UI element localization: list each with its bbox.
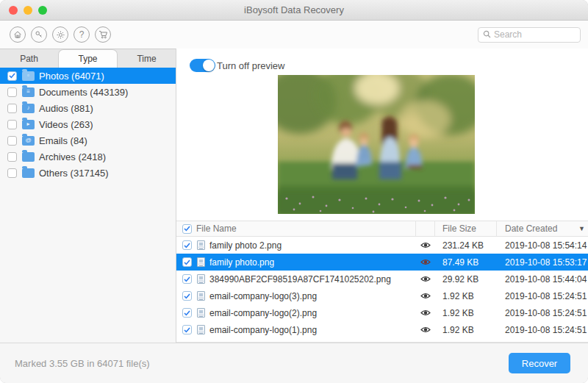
table-row[interactable]: email-company-logo(3).png 1.92 KB 2019-1…: [176, 287, 588, 304]
image-file-icon: [197, 291, 205, 301]
cart-icon: [98, 30, 108, 39]
preview-eye-icon[interactable]: [420, 274, 431, 284]
tree-item-emails[interactable]: @ Emails (84): [0, 132, 176, 148]
tree-item-audios[interactable]: ♪ Audios (881): [0, 100, 176, 116]
sidebar-tabs: Path Type Time: [0, 49, 176, 68]
row-checkbox[interactable]: [182, 291, 192, 301]
search-box[interactable]: [478, 27, 581, 43]
tree-item-label: Photos (64071): [39, 71, 104, 82]
home-button[interactable]: [10, 26, 26, 43]
row-checkbox[interactable]: [182, 240, 192, 250]
others-checkbox[interactable]: [7, 168, 17, 178]
tree-item-photos[interactable]: ▫ Photos (64071): [0, 68, 176, 84]
tree-item-label: Videos (263): [39, 119, 93, 130]
row-checkbox[interactable]: [182, 308, 192, 318]
help-button[interactable]: ?: [74, 26, 90, 43]
main-panel: Turn off preview: [176, 49, 588, 343]
preview-toggle[interactable]: [190, 59, 215, 72]
select-all-checkbox[interactable]: [182, 224, 192, 234]
audios-folder-icon: ♪: [22, 104, 35, 113]
search-icon: [483, 28, 491, 41]
preview-eye-icon[interactable]: [420, 308, 431, 318]
tree-item-label: Audios (881): [39, 103, 93, 114]
archives-folder-icon: [22, 152, 35, 162]
app-window: iBoysoft Data Recovery: [0, 0, 588, 383]
tab-type[interactable]: Type: [58, 49, 118, 68]
tree-item-label: Emails (84): [39, 135, 87, 146]
image-file-icon: [197, 274, 205, 284]
tree-item-label: Documents (443139): [39, 87, 128, 98]
preview-photo: [278, 75, 475, 214]
audios-checkbox[interactable]: [7, 104, 17, 113]
preview-toggle-label: Turn off preview: [217, 60, 285, 71]
others-folder-icon: [22, 168, 35, 178]
window-title: iBoysoft Data Recovery: [0, 4, 588, 15]
emails-checkbox[interactable]: [7, 136, 17, 146]
tree-item-documents[interactable]: ≡ Documents (443139): [0, 84, 176, 100]
image-file-icon: [197, 308, 205, 318]
tree-item-videos[interactable]: ▸ Videos (263): [0, 116, 176, 132]
tree-item-archives[interactable]: Archives (2418): [0, 148, 176, 165]
toggle-knob: [203, 60, 215, 71]
title-bar: iBoysoft Data Recovery: [0, 0, 588, 21]
key-icon: [35, 30, 43, 39]
table-row[interactable]: email-company-logo(2).png 1.92 KB 2019-1…: [176, 304, 588, 321]
preview-eye-icon[interactable]: [420, 291, 431, 301]
documents-checkbox[interactable]: [7, 87, 17, 97]
preview-eye-icon[interactable]: [420, 240, 431, 251]
image-file-icon: [197, 325, 205, 334]
archives-checkbox[interactable]: [7, 152, 17, 162]
row-checkbox[interactable]: [182, 325, 192, 334]
toolbar: ?: [0, 21, 588, 49]
photos-checkbox[interactable]: [7, 71, 17, 81]
table-row[interactable]: family photo 2.png 231.24 KB 2019-10-08 …: [176, 237, 588, 254]
videos-checkbox[interactable]: [7, 120, 17, 129]
tab-time[interactable]: Time: [118, 49, 176, 68]
table-row[interactable]: 384990ABF2CF98519A87CF1741025202.png 29.…: [176, 271, 588, 287]
image-file-icon: [197, 257, 205, 267]
footer-bar: Marked 3.55 GB in 64071 file(s) Recover: [0, 343, 588, 383]
tab-path[interactable]: Path: [0, 49, 58, 68]
settings-button[interactable]: [52, 26, 68, 43]
table-row-partial: [176, 338, 588, 341]
documents-folder-icon: ≡: [22, 87, 35, 97]
file-table: File Name File Size Date Created ▼: [176, 221, 588, 343]
preview-eye-icon[interactable]: [420, 257, 431, 268]
photos-folder-icon: ▫: [22, 71, 35, 81]
tree-item-label: Others (317145): [39, 168, 109, 179]
search-input[interactable]: [494, 29, 576, 40]
question-icon: ?: [79, 29, 85, 40]
sidebar: Path Type Time ▫ Photos (64071) ≡ Docume…: [0, 49, 176, 343]
table-row[interactable]: email-company-logo(1).png 1.92 KB 2019-1…: [176, 321, 588, 338]
row-checkbox[interactable]: [182, 257, 192, 267]
column-file-size[interactable]: File Size: [435, 221, 497, 236]
image-file-icon: [197, 240, 205, 250]
tree-item-label: Archives (2418): [39, 151, 106, 162]
home-icon: [13, 30, 22, 39]
table-header: File Name File Size Date Created ▼: [176, 221, 588, 237]
emails-folder-icon: @: [22, 136, 35, 146]
recover-button[interactable]: Recover: [509, 353, 570, 373]
file-type-tree: ▫ Photos (64071) ≡ Documents (443139) ♪ …: [0, 68, 176, 343]
table-row-selected[interactable]: family photo.png 87.49 KB 2019-10-08 15:…: [176, 254, 588, 271]
activate-button[interactable]: [31, 26, 47, 43]
marked-status: Marked 3.55 GB in 64071 file(s): [15, 358, 150, 369]
store-button[interactable]: [95, 26, 111, 43]
column-date-created[interactable]: Date Created: [505, 223, 557, 234]
gear-icon: [56, 30, 65, 40]
sort-descending-icon[interactable]: ▼: [578, 225, 585, 232]
column-file-name[interactable]: File Name: [196, 223, 237, 234]
tree-item-others[interactable]: Others (317145): [0, 165, 176, 181]
row-checkbox[interactable]: [182, 274, 192, 284]
preview-eye-icon[interactable]: [420, 325, 431, 335]
videos-folder-icon: ▸: [22, 120, 35, 129]
